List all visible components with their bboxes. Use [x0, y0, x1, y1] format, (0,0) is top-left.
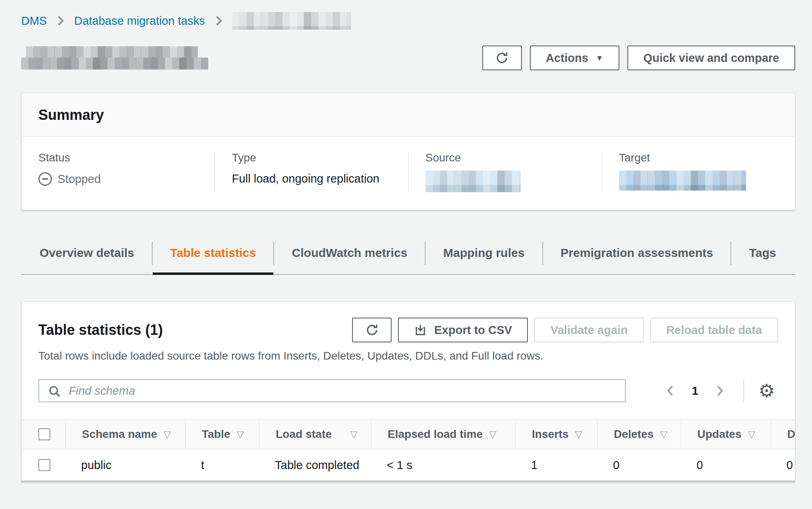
cell-inserts: 1: [515, 459, 597, 472]
breadcrumb: DMS Database migration tasks: [21, 0, 795, 30]
breadcrumb-link-dms[interactable]: DMS: [21, 14, 47, 28]
table-statistics-description: Total rows include loaded source table r…: [22, 350, 795, 362]
status-value: Stopped: [38, 172, 214, 186]
tab-premigration-assessments[interactable]: Premigration assessments: [543, 236, 731, 274]
summary-field-status: Status Stopped: [22, 151, 214, 192]
cell-elapsed-load-time: < 1 s: [371, 459, 515, 472]
toolbar-divider: [743, 379, 744, 402]
tab-mapping-rules[interactable]: Mapping rules: [426, 236, 542, 274]
summary-field-target: Target: [601, 151, 795, 192]
sort-icon: ▽: [748, 429, 755, 440]
column-label: Inserts: [532, 428, 569, 441]
column-header-load-state[interactable]: Load state ▽: [259, 420, 371, 449]
find-schema-input[interactable]: [39, 380, 625, 402]
dms-task-page: DMS Database migration tasks Actions ▼: [0, 0, 812, 482]
column-label: Schema name: [82, 428, 157, 441]
refresh-icon: [495, 51, 509, 65]
page-header: Actions ▼ Quick view and compare: [21, 46, 795, 70]
pagination: 1 ⚙: [661, 379, 778, 402]
cell-schema-name: public: [65, 459, 185, 472]
page-actions: Actions ▼ Quick view and compare: [482, 46, 795, 70]
table-statistics-card: Table statistics (1) Export to CSV: [21, 301, 795, 482]
reload-table-data-button[interactable]: Reload table data: [650, 318, 778, 342]
table-statistics-actions: Export to CSV Validate again Reload tabl…: [352, 318, 778, 342]
sort-icon: ▽: [163, 429, 171, 440]
target-label: Target: [619, 151, 795, 164]
column-header-table[interactable]: Table ▽: [185, 420, 259, 449]
summary-card-header: Summary: [22, 93, 795, 137]
column-header-ddls[interactable]: DDLs: [770, 420, 795, 449]
source-endpoint-link-redacted[interactable]: [426, 171, 521, 192]
export-csv-button[interactable]: Export to CSV: [398, 318, 528, 342]
sort-icon: ▽: [350, 429, 357, 440]
table-refresh-button[interactable]: [352, 318, 392, 342]
status-label: Status: [38, 151, 214, 164]
cell-deletes: 0: [597, 459, 681, 472]
sort-icon: ▽: [237, 429, 244, 440]
sort-icon: ▽: [489, 429, 496, 440]
column-header-updates[interactable]: Updates ▽: [681, 420, 770, 449]
schema-search: [38, 379, 626, 402]
chevron-down-icon: ▼: [595, 54, 603, 62]
column-header-elapsed-load-time[interactable]: Elapsed load time ▽: [371, 420, 515, 449]
search-icon: [48, 385, 62, 398]
refresh-icon: [365, 323, 379, 337]
chevron-left-icon: [665, 384, 677, 398]
select-all-checkbox[interactable]: [38, 428, 50, 440]
column-label: Table: [202, 428, 230, 441]
type-value: Full load, ongoing replication: [232, 172, 408, 185]
chevron-right-icon: [714, 384, 726, 398]
actions-button[interactable]: Actions ▼: [530, 46, 619, 70]
tab-cloudwatch-metrics[interactable]: CloudWatch metrics: [274, 236, 425, 274]
table-statistics-header: Table statistics (1) Export to CSV: [22, 318, 795, 342]
cell-load-state: Table completed: [259, 459, 371, 472]
cell-ddls: 0: [770, 459, 795, 472]
page-title-redacted-line: [21, 58, 208, 70]
chevron-right-icon: [214, 15, 223, 27]
validate-again-button[interactable]: Validate again: [534, 318, 643, 342]
source-label: Source: [426, 151, 601, 164]
summary-card: Summary Status Stopped Type Full load, o…: [21, 93, 795, 210]
column-header-deletes[interactable]: Deletes ▽: [597, 420, 681, 449]
table-statistics-table: Schema name ▽ Table ▽ Load state ▽ Elaps…: [22, 419, 795, 481]
summary-field-source: Source: [408, 151, 601, 192]
quick-view-compare-label: Quick view and compare: [643, 52, 779, 65]
column-header-schema-name[interactable]: Schema name ▽: [65, 420, 185, 449]
summary-field-type: Type Full load, ongoing replication: [214, 151, 408, 192]
tab-tags[interactable]: Tags: [731, 236, 794, 274]
summary-title: Summary: [38, 107, 778, 123]
tab-overview-details[interactable]: Overview details: [22, 236, 152, 274]
status-text: Stopped: [58, 173, 101, 186]
column-header-inserts[interactable]: Inserts ▽: [515, 420, 597, 449]
row-checkbox[interactable]: [38, 459, 50, 471]
previous-page-button[interactable]: [661, 384, 681, 398]
column-label: Load state: [276, 428, 332, 441]
summary-body: Status Stopped Type Full load, ongoing r…: [22, 137, 795, 210]
reload-table-data-label: Reload table data: [666, 324, 762, 337]
stopped-icon: [38, 172, 52, 186]
breadcrumb-link-tasks[interactable]: Database migration tasks: [74, 14, 205, 28]
table-statistics-title: Table statistics (1): [38, 322, 163, 338]
download-icon: [414, 324, 427, 336]
select-all-cell: [22, 420, 65, 449]
table-toolbar: 1 ⚙: [22, 379, 795, 402]
column-label: Deletes: [614, 428, 654, 441]
validate-again-label: Validate again: [550, 324, 627, 337]
sort-icon: ▽: [660, 429, 667, 440]
target-endpoint-link-redacted[interactable]: [619, 171, 746, 191]
chevron-right-icon: [56, 15, 65, 27]
next-page-button[interactable]: [710, 384, 730, 398]
table-row: public t Table completed < 1 s 1 0 0 0: [22, 449, 795, 481]
table-header-row: Schema name ▽ Table ▽ Load state ▽ Elaps…: [22, 419, 795, 449]
tab-table-statistics[interactable]: Table statistics: [153, 236, 274, 274]
task-detail-tabs: Overview details Table statistics CloudW…: [21, 236, 795, 275]
type-label: Type: [232, 151, 408, 164]
column-label: Elapsed load time: [388, 428, 483, 441]
gear-icon[interactable]: ⚙: [755, 382, 778, 400]
column-label: DDLs: [787, 428, 795, 441]
current-page-number: 1: [681, 384, 710, 398]
row-select-cell: [22, 459, 65, 471]
quick-view-compare-button[interactable]: Quick view and compare: [627, 46, 795, 70]
refresh-button[interactable]: [482, 46, 522, 70]
breadcrumb-current-redacted: [232, 12, 351, 30]
